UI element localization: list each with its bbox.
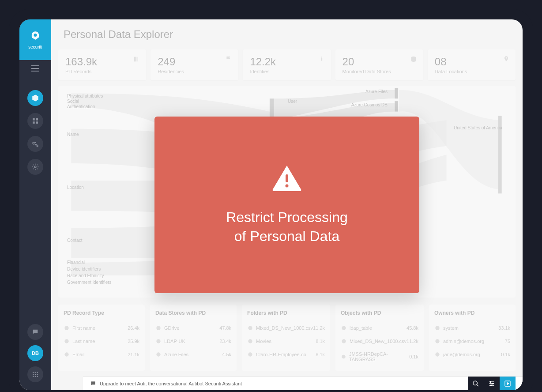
grid-icon <box>32 117 39 124</box>
wrench-icon <box>32 140 39 147</box>
modal-line1: Restrict Processing <box>226 208 348 227</box>
svg-point-44 <box>286 184 289 187</box>
svg-rect-43 <box>286 174 288 182</box>
modal-message: Restrict Processing of Personal Data <box>226 208 348 246</box>
sidebar-item-dashboard[interactable] <box>27 113 43 129</box>
svg-rect-2 <box>31 68 39 69</box>
svg-point-8 <box>34 166 36 168</box>
hamburger-icon <box>31 65 39 72</box>
svg-point-11 <box>37 372 38 373</box>
svg-rect-7 <box>36 121 38 124</box>
modal-line2: of Personal Data <box>226 227 348 246</box>
sidebar-bottom: DB <box>27 321 43 390</box>
modal-overlay: Restrict Processing of Personal Data <box>51 19 523 390</box>
tablet-frame: securiti DB <box>9 9 533 392</box>
sidebar-item-chat[interactable] <box>27 324 43 340</box>
chat-icon <box>32 328 39 335</box>
gear-icon <box>32 163 39 170</box>
svg-point-15 <box>33 376 34 377</box>
svg-rect-4 <box>33 118 35 121</box>
logo-icon <box>29 30 41 43</box>
svg-point-13 <box>35 374 36 375</box>
restrict-processing-modal: Restrict Processing of Personal Data <box>154 117 419 293</box>
brand-name: securiti <box>28 45 42 49</box>
app-screen: securiti DB <box>19 19 523 390</box>
sidebar-item-tools[interactable] <box>27 136 43 152</box>
svg-point-10 <box>35 372 36 373</box>
svg-rect-6 <box>33 121 35 124</box>
warning-icon <box>271 164 303 194</box>
svg-point-12 <box>33 374 34 375</box>
apps-icon <box>32 371 39 378</box>
svg-point-17 <box>37 376 38 377</box>
svg-rect-3 <box>31 71 39 72</box>
cube-icon <box>31 94 39 102</box>
svg-point-14 <box>37 374 38 375</box>
svg-rect-1 <box>31 65 39 66</box>
sidebar: securiti DB <box>19 19 51 390</box>
main-content: Personal Data Explorer 163.9k PD Records… <box>51 19 523 390</box>
user-avatar[interactable]: DB <box>27 345 43 361</box>
sidebar-item-data-explorer[interactable] <box>27 90 43 106</box>
svg-point-0 <box>34 34 37 37</box>
svg-point-9 <box>33 372 34 373</box>
menu-toggle[interactable] <box>31 65 39 73</box>
sidebar-item-apps[interactable] <box>27 366 43 382</box>
brand-logo[interactable]: securiti <box>19 19 51 60</box>
svg-point-16 <box>35 376 36 377</box>
svg-rect-5 <box>36 118 38 121</box>
sidebar-item-settings[interactable] <box>27 159 43 175</box>
avatar-initials: DB <box>32 351 39 356</box>
